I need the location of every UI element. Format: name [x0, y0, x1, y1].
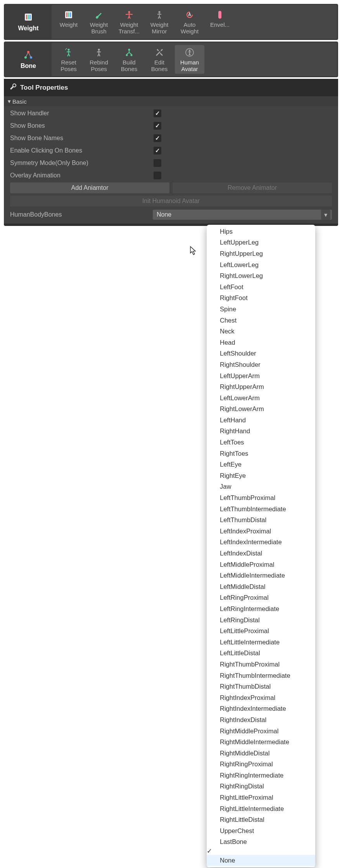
bone-tool-row: Reset PosesRebind PosesBuild BonesEdit B… — [52, 43, 337, 76]
menu-item-rightlittleproximal[interactable]: RightLittleProximal — [207, 792, 315, 803]
tool-weight-mirror[interactable]: Weight Mirror — [145, 7, 174, 36]
basic-section-header[interactable]: ▾ Basic — [4, 96, 338, 106]
menu-item-leftlittledistal[interactable]: LeftLittleDistal — [207, 648, 315, 659]
menu-item-leftindexdistal[interactable]: LeftIndexDistal — [207, 548, 315, 559]
menu-item-rightlittledistal[interactable]: RightLittleDistal — [207, 814, 315, 825]
svg-point-18 — [98, 49, 100, 50]
menu-item-leftthumbintermediate[interactable]: LeftThumbIntermediate — [207, 503, 315, 515]
menu-item-leftindexproximal[interactable]: LeftIndexProximal — [207, 526, 315, 537]
menu-item-chest[interactable]: Chest — [207, 315, 315, 326]
tool-edit-bones[interactable]: Edit Bones — [145, 45, 174, 74]
menu-item-rightthumbintermediate[interactable]: RightThumbIntermediate — [207, 670, 315, 681]
menu-item-rightringdistal[interactable]: RightRingDistal — [207, 781, 315, 792]
menu-item-hips[interactable]: Hips — [207, 226, 315, 237]
bone-mode-label: Bone — [21, 62, 36, 69]
init-humanoid-avatar-button[interactable]: Init Humanoid Avatar — [10, 196, 332, 207]
menu-item-rightindexproximal[interactable]: RightIndexProximal — [207, 692, 315, 703]
menu-item-rightupperleg[interactable]: RightUpperLeg — [207, 248, 315, 259]
menu-item-leftringdistal[interactable]: LeftRingDistal — [207, 615, 315, 626]
brush-icon — [94, 10, 104, 20]
menu-item-rightlowerleg[interactable]: RightLowerLeg — [207, 270, 315, 281]
menu-item-leftthumbdistal[interactable]: LeftThumbDistal — [207, 514, 315, 526]
menu-item-head[interactable]: Head — [207, 337, 315, 348]
checkbox[interactable] — [154, 159, 161, 167]
svg-point-14 — [27, 51, 29, 53]
menu-item-lefthand[interactable]: LeftHand — [207, 415, 315, 426]
tool-human-avatar[interactable]: Human Avatar — [175, 45, 204, 74]
menu-item-leftringintermediate[interactable]: LeftRingIntermediate — [207, 603, 315, 615]
svg-point-8 — [128, 11, 130, 13]
menu-item-rightlittleintermediate[interactable]: RightLittleIntermediate — [207, 803, 315, 814]
menu-item-rightlowerarm[interactable]: RightLowerArm — [207, 404, 315, 415]
menu-item-leftmiddleintermediate[interactable]: LeftMiddleIntermediate — [207, 570, 315, 581]
tool-label: Rebind Poses — [90, 59, 108, 73]
menu-item-leftlittleintermediate[interactable]: LeftLittleIntermediate — [207, 637, 315, 648]
menu-item-lefteye[interactable]: LeftEye — [207, 459, 315, 470]
menu-item-rightmiddleproximal[interactable]: RightMiddleProximal — [207, 726, 315, 737]
prop-label: Symmetry Mode(Only Bone) — [10, 160, 154, 167]
menu-item-rightmiddleintermediate[interactable]: RightMiddleIntermediate — [207, 736, 315, 748]
humanbodybones-dropdown[interactable]: None ▾ — [153, 210, 332, 220]
prop-label: Overlay Animation — [10, 172, 154, 179]
bone-mode-tab[interactable]: Bone — [5, 43, 52, 76]
menu-item-leftthumbproximal[interactable]: LeftThumbProximal — [207, 492, 315, 503]
menu-item-neck[interactable]: Neck — [207, 326, 315, 337]
menu-item-jaw[interactable]: Jaw — [207, 481, 315, 493]
svg-rect-5 — [66, 12, 67, 17]
menu-item-leftlowerarm[interactable]: LeftLowerArm — [207, 392, 315, 404]
remove-animator-button[interactable]: Remove Animator — [173, 182, 332, 193]
menu-item-righteye[interactable]: RightEye — [207, 470, 315, 481]
menu-item-upperchest[interactable]: UpperChest — [207, 825, 315, 837]
menu-item-rightringintermediate[interactable]: RightRingIntermediate — [207, 770, 315, 781]
add-animator-button[interactable]: Add Aniamtor — [10, 182, 169, 193]
tool-build-bones[interactable]: Build Bones — [114, 45, 144, 74]
menu-item-rightringproximal[interactable]: RightRingProximal — [207, 759, 315, 770]
menu-item-righttoes[interactable]: RightToes — [207, 448, 315, 459]
tool-weight-brush[interactable]: Weight Brush — [84, 7, 114, 36]
menu-item-leftfoot[interactable]: LeftFoot — [207, 281, 315, 293]
checkbox[interactable] — [154, 134, 161, 142]
weight-mode-tab[interactable]: Weight — [5, 5, 52, 39]
menu-item-rightindexdistal[interactable]: RightIndexDistal — [207, 714, 315, 726]
checkbox[interactable] — [154, 172, 161, 179]
menu-item-leftmiddledistal[interactable]: LeftMiddleDistal — [207, 581, 315, 592]
menu-item-leftshoulder[interactable]: LeftShoulder — [207, 348, 315, 359]
tool-envel-[interactable]: Envel... — [205, 7, 235, 36]
menu-item-spine[interactable]: Spine — [207, 304, 315, 315]
menu-item-rightmiddledistal[interactable]: RightMiddleDistal — [207, 748, 315, 759]
tool-weight[interactable]: Weight — [54, 7, 83, 36]
menu-item-righthand[interactable]: RightHand — [207, 426, 315, 437]
menu-item-lastbone[interactable]: LastBone — [207, 837, 315, 848]
tool-auto-weight[interactable]: Auto Weight — [175, 7, 204, 36]
menu-item-rightthumbdistal[interactable]: RightThumbDistal — [207, 681, 315, 692]
menu-item-rightfoot[interactable]: RightFoot — [207, 293, 315, 304]
menu-item-leftmiddleproximal[interactable]: LeftMiddleProximal — [207, 559, 315, 570]
checkbox[interactable] — [154, 109, 161, 117]
checkbox[interactable] — [154, 147, 161, 155]
tool-reset-poses[interactable]: Reset Poses — [54, 45, 83, 74]
tool-label: Edit Bones — [151, 59, 168, 73]
menu-item-leftupperarm[interactable]: LeftUpperArm — [207, 370, 315, 382]
menu-item-leftlowerleg[interactable]: LeftLowerLeg — [207, 259, 315, 271]
menu-item-leftindexintermediate[interactable]: LeftIndexIntermediate — [207, 537, 315, 548]
tool-rebind-poses[interactable]: Rebind Poses — [84, 45, 114, 74]
humanbodybones-value: None — [157, 211, 171, 218]
menu-item-rightupperarm[interactable]: RightUpperArm — [207, 381, 315, 392]
menu-item-leftupperleg[interactable]: LeftUpperLeg — [207, 237, 315, 248]
reset-icon — [64, 47, 73, 57]
auto-icon — [185, 10, 194, 20]
tool-properties-panel: Tool Properties ▾ Basic Show HandlerShow… — [4, 79, 338, 226]
collapse-icon: ▾ — [8, 98, 11, 105]
menu-item-rightthumbproximal[interactable]: RightThumbProximal — [207, 659, 315, 670]
menu-item-lefttoes[interactable]: LeftToes — [207, 437, 315, 448]
prop-row-show-bones: Show Bones — [4, 120, 338, 132]
menu-item-rightindexintermediate[interactable]: RightIndexIntermediate — [207, 703, 315, 715]
checkbox[interactable] — [154, 122, 161, 130]
menu-item-leftlittleproximal[interactable]: LeftLittleProximal — [207, 625, 315, 637]
menu-item-rightshoulder[interactable]: RightShoulder — [207, 359, 315, 370]
svg-point-23 — [189, 50, 190, 51]
menu-item-none[interactable]: None — [207, 855, 315, 866]
tool-weight-transf-[interactable]: Weight Transf... — [114, 7, 144, 36]
svg-point-19 — [128, 49, 130, 50]
menu-item-leftringproximal[interactable]: LeftRingProximal — [207, 592, 315, 604]
